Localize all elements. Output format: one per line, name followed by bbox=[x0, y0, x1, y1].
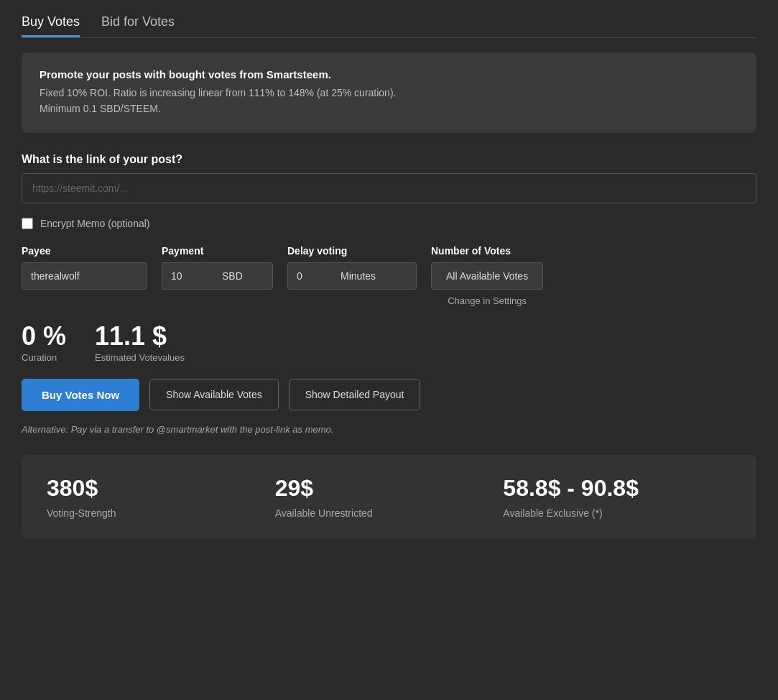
payment-group: Payment SBD STEEM bbox=[162, 245, 273, 290]
available-unrestricted-value: 29$ bbox=[275, 475, 504, 502]
available-exclusive-value: 58.8$ - 90.8$ bbox=[503, 475, 731, 502]
delay-inner: Minutes Hours bbox=[287, 262, 417, 290]
encrypt-memo-checkbox[interactable] bbox=[22, 218, 33, 229]
payment-currency-select[interactable]: SBD STEEM bbox=[219, 262, 273, 290]
page-wrapper: Buy Votes Bid for Votes Promote your pos… bbox=[0, 0, 778, 553]
voting-strength-label: Voting-Strength bbox=[47, 507, 275, 519]
number-of-votes-label: Number of Votes bbox=[431, 245, 543, 257]
post-link-section: What is the link of your post? bbox=[22, 153, 756, 203]
number-of-votes-group: Number of Votes All Available Votes Chan… bbox=[431, 245, 543, 306]
post-link-label: What is the link of your post? bbox=[22, 153, 756, 166]
encrypt-memo-label: Encrypt Memo (optional) bbox=[40, 218, 150, 229]
voting-strength-value: 380$ bbox=[47, 475, 275, 502]
estimated-votevalues-label: Estimated Votevalues bbox=[95, 352, 185, 363]
available-exclusive-stat: 58.8$ - 90.8$ Available Exclusive (*) bbox=[503, 475, 731, 519]
payee-input[interactable] bbox=[22, 262, 147, 290]
post-link-input[interactable] bbox=[22, 173, 756, 203]
info-line2: Minimum 0.1 SBD/STEEM. bbox=[40, 103, 161, 114]
tab-divider bbox=[22, 37, 756, 38]
voting-strength-stat: 380$ Voting-Strength bbox=[47, 475, 275, 519]
fields-row: Payee Payment SBD STEEM Delay voting Min… bbox=[22, 245, 756, 306]
tab-bid-for-votes[interactable]: Bid for Votes bbox=[101, 14, 175, 37]
payee-group: Payee bbox=[22, 245, 147, 290]
delay-unit-select[interactable]: Minutes Hours bbox=[338, 262, 417, 290]
buy-votes-now-button[interactable]: Buy Votes Now bbox=[22, 379, 139, 411]
curation-value: 0 % bbox=[22, 323, 66, 349]
info-box-title: Promote your posts with bought votes fro… bbox=[40, 68, 738, 80]
info-box-desc: Fixed 10% ROI. Ratio is increasing linea… bbox=[40, 85, 738, 117]
tab-buy-votes[interactable]: Buy Votes bbox=[22, 14, 80, 37]
estimated-votevalues-value: 11.1 $ bbox=[95, 323, 185, 349]
payment-label: Payment bbox=[162, 245, 273, 257]
all-votes-button[interactable]: All Available Votes bbox=[431, 262, 543, 290]
show-available-votes-button[interactable]: Show Available Votes bbox=[149, 379, 279, 410]
payee-label: Payee bbox=[22, 245, 147, 257]
alternative-text: Alternative: Pay via a transfer to @smar… bbox=[22, 424, 756, 435]
curation-label: Curation bbox=[22, 352, 66, 363]
estimated-votevalues-stat: 11.1 $ Estimated Votevalues bbox=[95, 323, 185, 363]
bottom-panel: 380$ Voting-Strength 29$ Available Unres… bbox=[22, 455, 756, 539]
available-unrestricted-label: Available Unrestricted bbox=[275, 507, 504, 519]
payment-amount-input[interactable] bbox=[162, 262, 219, 290]
info-line1: Fixed 10% ROI. Ratio is increasing linea… bbox=[40, 87, 396, 98]
delay-voting-group: Delay voting Minutes Hours bbox=[287, 245, 417, 290]
show-detailed-payout-button[interactable]: Show Detailed Payout bbox=[289, 379, 421, 410]
encrypt-memo-row: Encrypt Memo (optional) bbox=[22, 218, 756, 229]
available-exclusive-label: Available Exclusive (*) bbox=[503, 507, 731, 519]
available-unrestricted-stat: 29$ Available Unrestricted bbox=[275, 475, 504, 519]
payment-inner: SBD STEEM bbox=[162, 262, 273, 290]
curation-stat: 0 % Curation bbox=[22, 323, 66, 363]
delay-voting-label: Delay voting bbox=[287, 245, 417, 257]
tabs-container: Buy Votes Bid for Votes bbox=[22, 14, 756, 37]
delay-amount-input[interactable] bbox=[287, 262, 338, 290]
info-box: Promote your posts with bought votes fro… bbox=[22, 52, 756, 133]
action-buttons: Buy Votes Now Show Available Votes Show … bbox=[22, 379, 756, 411]
change-in-settings-link[interactable]: Change in Settings bbox=[431, 295, 543, 306]
stats-row: 0 % Curation 11.1 $ Estimated Votevalues bbox=[22, 323, 756, 363]
